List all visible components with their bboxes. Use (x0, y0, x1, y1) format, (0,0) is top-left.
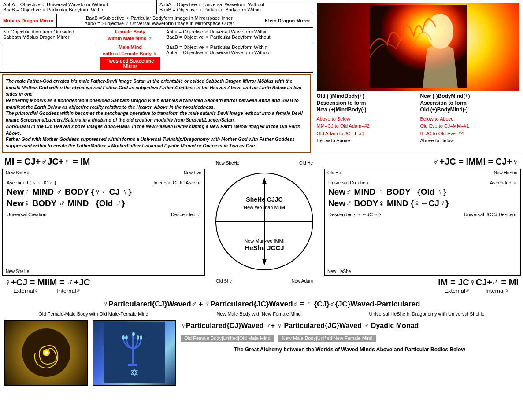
right-universal-descent: Universal JCCJ Descent (464, 212, 516, 217)
circle-corner-tl: New SheHe (216, 161, 239, 166)
mobius-content: BaaB =Subjective ♀ Particular Bodyform I… (57, 14, 262, 27)
left-box-content: Ascended { ♀ ←JC ♂ } Universal CJJC Asce… (7, 180, 200, 217)
bottom-images-row: ♀Particulared{CJ}Waved ♂+ ♀ Particulared… (4, 317, 519, 388)
left-ascended-label: Ascended { ♀ ←JC ♂ } (7, 180, 56, 185)
center-circle-svg: SheHe CJJC New Wo-man MIIM New Man-wo IM… (211, 169, 317, 274)
badge-2: New Male Body|Unified|New Female Mind (278, 335, 376, 342)
left-col-item-3: Old Adam to JC=II=#3 (317, 130, 416, 137)
main-text-block: The male Father-God creates his male Fat… (2, 74, 311, 153)
left-ascended-section: Ascended { ♀ ←JC ♂ } Universal CJJC Asce… (7, 180, 200, 185)
eq-cj-male-mi: CJ+♂ = MI Internal♀ (476, 277, 519, 294)
formula-combined: ♀ {CJ}♂{JC}Waved-Particulared (306, 300, 420, 309)
right-col-right: New (-)BodyMind(+)Ascension to formOld (… (420, 93, 519, 144)
svg-point-18 (122, 335, 125, 340)
left-mind-body-2: New♀ BODY ♂ MIND {Old ♂} (7, 199, 200, 208)
eq-mi-cj: MI = CJ+♂ (4, 157, 47, 167)
dyadic-part1: ♀Particulared{CJ}Waved ♂+ (181, 322, 275, 330)
formula-equals: = (300, 300, 304, 309)
right-bottom-labels: Descended { ♀ ←JC ♀ } Universal JCCJ Des… (328, 212, 516, 217)
text-line-2: Rendering Möbius as a nonorientable ones… (6, 97, 308, 110)
left-corner-tr: New Eve (184, 170, 201, 175)
abba-text-4: BaaB = Objective ♀ Particular Bodyform W… (159, 7, 310, 12)
formula-female-jc-part: ♀Particulared{JC}Waved♂ (204, 300, 298, 309)
baab-right-1: BaaB = Objective ♀ Particular Bodyform W… (166, 44, 310, 50)
bottom-right-text: ♀Particulared{CJ}Waved ♂+ ♀ Particulared… (181, 320, 519, 355)
svg-rect-15 (132, 335, 134, 366)
left-corner-bl: New SheHe (6, 269, 29, 274)
svg-text:New Man-wo IMMI: New Man-wo IMMI (244, 238, 285, 243)
right-universal-label: Universal Creation (328, 180, 368, 185)
right-corner-bl: New HeShe (327, 269, 351, 274)
badge-row: Old Female Body|Unified|Old Male Mind Ne… (181, 334, 519, 343)
svg-rect-14 (104, 322, 165, 383)
right-col-left: Old (-)MindBody(+)Descension to formNew … (317, 93, 416, 144)
left-creation-label: Universal Creation (7, 212, 46, 217)
right-mind-body-2: New♂ BODY♀ MIND {♀←CJ♂} (328, 199, 516, 208)
right-text-panel: Old (-)MindBody(+)Descension to formNew … (317, 91, 519, 147)
formula-subtitles: Old Female-Male Body with Old Male-Femal… (4, 310, 519, 317)
eq-male-jc: ♂+JC = IM (433, 157, 475, 167)
jesus-image-inner (317, 3, 519, 91)
diagram-section: New SheHe New Eve Ascended { ♀ ←JC ♂ } U… (0, 169, 523, 276)
svg-text:HeShe JCCJ: HeShe JCCJ (245, 244, 284, 251)
menorah-image (93, 320, 176, 386)
dyadic-formula: ♀Particulared{CJ}Waved ♂+ ♀ Particulared… (181, 320, 519, 332)
male-mind-text: Male Mindwithout Female Body ♀ Twosided … (97, 43, 163, 72)
right-box-content: Universal Creation Ascended ♀ New♂ MIND … (328, 180, 516, 217)
left-mind-body-1: New♀ MIND ♂ BODY {♀←CJ ♀} (7, 187, 200, 197)
abba-right-cell: AbbA = Objective ♂ Universal Waveform Wi… (156, 0, 313, 14)
twosided-banner: Twosided Spacetime Mirror (100, 57, 160, 70)
left-bottom-labels: Universal Creation Descended ♂ (7, 212, 200, 217)
svg-rect-16 (128, 364, 137, 366)
mobius-text-1: BaaB =Subjective ♀ Particular Bodyform I… (59, 15, 259, 21)
left-corner-tl: New SheHe (6, 170, 29, 175)
male-mind-row: Male Mindwithout Female Body ♀ Twosided … (0, 43, 313, 73)
eq-female-cj-mi: ♀+CJ = MI External♀ (4, 277, 47, 294)
formula-plus: + (198, 300, 203, 309)
right-corner-tr: New HeShe (494, 170, 517, 175)
formula-female-part: ♀Particulared{CJ}Waved♂ (103, 300, 197, 309)
page-container: AbbA = Objective ♂ Universal Waveform Wi… (0, 0, 523, 390)
circle-corner-bl: Old She (216, 279, 232, 284)
circle-corner-br: New Adam (292, 279, 313, 284)
bottom-equations-row: ♀+CJ = MI External♀ IM = ♂+JC Internal♂ … (0, 276, 523, 296)
circle-wrapper: New SheHe Old He SheHe CJJC New Wo-man M… (211, 169, 317, 276)
right-diagram-box: Old He New HeShe Universal Creation Asce… (324, 169, 521, 276)
top-section: AbbA = Objective ♂ Universal Waveform Wi… (0, 0, 523, 155)
right-col-item-2: Old Eve to CJ=MM=#1 (420, 122, 519, 130)
top-right-panel: Old (-)MindBody(+)Descension to formNew … (313, 0, 523, 155)
baab-right-2: Abba = Objective ♂ Universal Waveform Wi… (166, 50, 310, 55)
abba-text-1: AbbA = Objective ♂ Universal Waveform Wi… (3, 2, 154, 7)
jesus-svg (370, 5, 467, 88)
svg-text:SheHe CJJC: SheHe CJJC (246, 196, 282, 203)
left-col-item-1: Above to Below (317, 115, 416, 123)
abba-right-1: Abba = Objective ♂ Universal Waveform Wi… (166, 29, 310, 34)
klein-label: Klein Dragon Mirror (262, 14, 313, 27)
right-col-item-3: II=JC to Old Eve=#4 (420, 130, 519, 137)
svg-point-19 (125, 335, 128, 340)
right-descended-label: Descended { ♀ ←JC ♀ } (328, 212, 381, 217)
text-line-1: The male Father-God creates his male Fat… (6, 78, 308, 97)
no-obj-row: No Objectification from OnesidedSabbath … (0, 28, 313, 43)
svg-point-20 (140, 335, 142, 340)
left-col-item-4: Below to Above (317, 137, 416, 144)
svg-point-21 (137, 335, 139, 340)
right-corner-tl: Old He (327, 170, 341, 175)
eq-im-jc-female: IM = JC♀ External♂ (438, 277, 476, 294)
abba-within-text: Abba = Objective ♂ Universal Waveform Wi… (163, 28, 313, 43)
left-diagram-box: New SheHe New Eve Ascended { ♀ ←JC ♂ } U… (2, 169, 205, 276)
male-mind-spacer (0, 43, 97, 72)
mobius-row: Möbius Dragon Mirror BaaB =Subjective ♀ … (0, 14, 313, 28)
right-col-title: New (-)BodyMind(+)Ascension to formOld (… (420, 93, 519, 114)
mobius-text-2: AbbA = Subjective ♂ Universal Waveform I… (59, 21, 259, 26)
right-mind-body-1: New♂ MIND ♀ BODY {Old ♀} (328, 187, 516, 197)
formula-sub-1: Old Female-Male Body with Old Male-Femal… (38, 311, 148, 317)
female-body-text: Female Bodywithin Male Mind ♂ (97, 28, 163, 43)
formula-sub-3: Universal HeShe in Dragonomy with Univer… (369, 311, 484, 317)
abba-row-1: AbbA = Objective ♂ Universal Waveform Wi… (0, 0, 313, 14)
text-line-5: Father-God with Mother-Goddess suppresse… (6, 136, 308, 149)
right-ascended-label: Ascended ♀ (490, 180, 516, 185)
circle-corner-tr: Old He (299, 161, 313, 166)
abba-left-cell: AbbA = Objective ♂ Universal Waveform Wi… (0, 0, 156, 14)
dyadic-part2: ♀ Particulared{JC}Waved ♂ Dyadic Monad (277, 322, 419, 330)
